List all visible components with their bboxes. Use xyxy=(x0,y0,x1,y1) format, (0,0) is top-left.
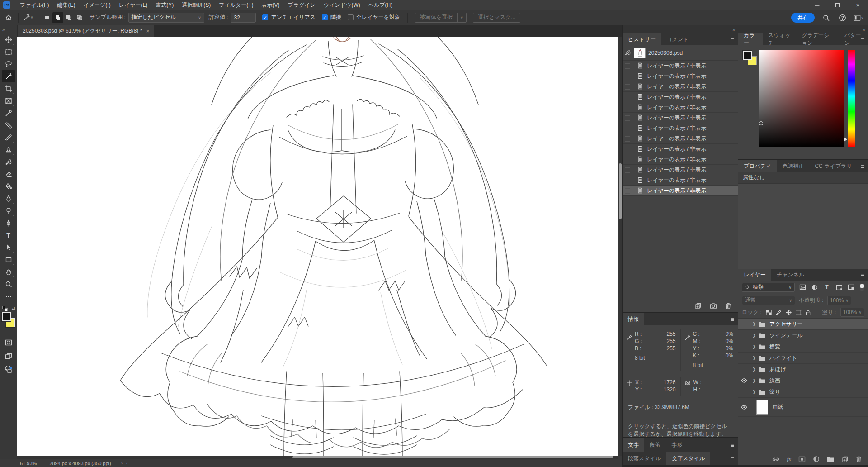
new-document-from-state-icon[interactable] xyxy=(694,302,702,310)
group-expand-chevron-icon[interactable]: ❯ xyxy=(750,378,758,383)
dodge-tool-icon[interactable] xyxy=(2,205,15,217)
document-canvas[interactable] xyxy=(17,37,618,456)
hue-slider-arrow[interactable] xyxy=(844,137,847,142)
blur-tool-icon[interactable] xyxy=(2,192,15,205)
layer-visibility-well[interactable] xyxy=(738,330,750,341)
new-selection-mode-icon[interactable] xyxy=(42,12,52,23)
workspace-switcher-icon[interactable]: ∨ xyxy=(854,13,863,23)
fill-value[interactable]: 100%∨ xyxy=(840,308,864,317)
menu-item[interactable]: ウィンドウ(W) xyxy=(320,0,364,10)
horizontal-scrollbar[interactable] xyxy=(17,456,618,459)
status-prev-icon[interactable]: ‹ xyxy=(126,461,127,466)
layer-visibility-well[interactable] xyxy=(738,398,750,416)
history-source-well[interactable] xyxy=(623,154,632,164)
tab-layers[interactable]: レイヤー xyxy=(738,269,771,281)
history-source-well[interactable] xyxy=(623,165,632,175)
history-source-well[interactable] xyxy=(623,102,632,112)
history-source-well[interactable] xyxy=(623,92,632,102)
rectangle-tool-icon[interactable] xyxy=(2,253,15,266)
menu-item[interactable]: 選択範囲(S) xyxy=(178,0,215,10)
spot-healing-brush-tool-icon[interactable] xyxy=(2,119,15,131)
用紙[interactable]: ❯ 用紙 xyxy=(738,398,868,417)
menu-item[interactable]: 書式(Y) xyxy=(151,0,178,10)
eye-icon[interactable] xyxy=(741,378,747,383)
zoom-tool-icon[interactable] xyxy=(2,278,15,290)
menu-item[interactable]: ファイル(F) xyxy=(16,0,53,10)
layer-filter-toggle[interactable] xyxy=(860,284,864,291)
history-entry[interactable]: レイヤーの表示 / 非表示 xyxy=(623,154,738,165)
group-expand-chevron-icon[interactable]: ❯ xyxy=(750,322,758,326)
history-entry[interactable]: レイヤーの表示 / 非表示 xyxy=(623,133,738,144)
panel-menu-icon[interactable] xyxy=(861,36,864,43)
edit-toolbar-icon[interactable] xyxy=(2,290,15,302)
restore-button[interactable] xyxy=(827,0,848,10)
history-source-well[interactable] xyxy=(623,61,632,71)
history-source-well[interactable] xyxy=(623,144,632,154)
menu-item[interactable]: ヘルプ(H) xyxy=(364,0,397,10)
foreground-color-swatch[interactable] xyxy=(743,51,752,60)
history-entry[interactable]: レイヤーの表示 / 非表示 xyxy=(623,123,738,133)
menu-item[interactable]: 表示(V) xyxy=(258,0,284,10)
menu-item[interactable]: プラグイン xyxy=(284,0,320,10)
panel-menu-icon[interactable] xyxy=(861,272,864,279)
search-icon[interactable] xyxy=(821,13,831,23)
sample-range-dropdown[interactable]: 指定したピクセル∨ xyxy=(128,13,204,23)
cmyk-eyedropper-icon[interactable] xyxy=(684,330,690,368)
lock-all-icon[interactable] xyxy=(806,310,811,315)
share-button[interactable]: 共有 xyxy=(791,13,815,23)
group-expand-chevron-icon[interactable]: ❯ xyxy=(750,333,758,338)
horizontal-scrollbar-thumb[interactable] xyxy=(292,456,613,458)
saturation-brightness-field[interactable] xyxy=(759,50,844,147)
select-subject-button[interactable]: 被写体を選択 ∨ xyxy=(415,13,467,23)
layer-visibility-well[interactable] xyxy=(738,364,750,375)
filter-shape-layers-icon[interactable] xyxy=(835,284,843,290)
add-layer-mask-icon[interactable] xyxy=(798,456,806,462)
ツインテール[interactable]: ❯ ツインテール xyxy=(738,330,868,341)
minimize-button[interactable] xyxy=(807,0,827,10)
lock-image-pixels-icon[interactable] xyxy=(776,310,782,315)
layer-effects-icon[interactable]: fx xyxy=(787,456,791,463)
rectangular-marquee-tool-icon[interactable] xyxy=(2,46,15,58)
group-expand-chevron-icon[interactable]: ❯ xyxy=(750,390,758,394)
rgb-eyedropper-icon[interactable] xyxy=(626,330,632,368)
lock-position-icon[interactable] xyxy=(786,310,792,315)
tab-glyphs[interactable]: 字形 xyxy=(666,438,688,452)
delete-layer-icon[interactable] xyxy=(856,456,862,462)
group-expand-chevron-icon[interactable]: ❯ xyxy=(750,367,758,372)
group-expand-chevron-icon[interactable]: ❯ xyxy=(750,344,758,349)
tab-paragraph[interactable]: 段落 xyxy=(644,438,666,452)
lock-transparent-pixels-icon[interactable] xyxy=(766,310,772,315)
capture-icon[interactable] xyxy=(2,364,15,376)
menu-item[interactable]: フィルター(T) xyxy=(215,0,257,10)
delete-state-trash-icon[interactable] xyxy=(725,302,731,310)
vertical-scrollbar-thumb[interactable] xyxy=(619,163,622,219)
history-snapshot-row[interactable]: 20250303.psd xyxy=(623,45,738,61)
lasso-tool-icon[interactable] xyxy=(2,58,15,70)
default-colors-icon[interactable] xyxy=(2,306,8,311)
document-tab[interactable]: 20250303.psd @ 61.9% (アクセサリー, RGB/8) * × xyxy=(18,25,154,37)
filter-adjustment-layers-icon[interactable] xyxy=(811,284,819,291)
swap-colors-icon[interactable]: ⇄ xyxy=(12,306,15,311)
pen-tool-icon[interactable] xyxy=(2,217,15,229)
path-selection-tool-icon[interactable] xyxy=(2,241,15,253)
tab-close-icon[interactable]: × xyxy=(146,28,149,34)
layer-filter-dropdown[interactable]: 種類 ∨ xyxy=(742,283,795,292)
new-snapshot-camera-icon[interactable] xyxy=(710,303,717,309)
menu-item[interactable]: イメージ(I) xyxy=(79,0,114,10)
contiguous-checkbox[interactable]: ✓ 隣接 xyxy=(322,14,341,21)
history-entry[interactable]: レイヤーの表示 / 非表示 xyxy=(623,71,738,81)
layer-visibility-well[interactable] xyxy=(738,375,750,386)
history-entry[interactable]: レイヤーの表示 / 非表示 xyxy=(623,186,738,196)
横髪[interactable]: ❯ 横髪 xyxy=(738,341,868,353)
screen-mode-icon[interactable] xyxy=(2,350,15,362)
filter-pixel-layers-icon[interactable] xyxy=(798,284,807,290)
あほげ[interactable]: ❯ あほげ xyxy=(738,364,868,375)
vertical-scrollbar[interactable] xyxy=(618,37,622,456)
panel-menu-icon[interactable] xyxy=(731,316,734,323)
antialias-checkbox[interactable]: ✓ アンチエイリアス xyxy=(262,14,315,21)
tab-properties[interactable]: プロパティ xyxy=(738,160,777,172)
ハイライト[interactable]: ❯ ハイライト xyxy=(738,353,868,364)
tab-character-styles[interactable]: 文字スタイル xyxy=(666,452,710,465)
panel-menu-icon[interactable] xyxy=(731,36,734,43)
layer-visibility-well[interactable] xyxy=(738,319,750,329)
